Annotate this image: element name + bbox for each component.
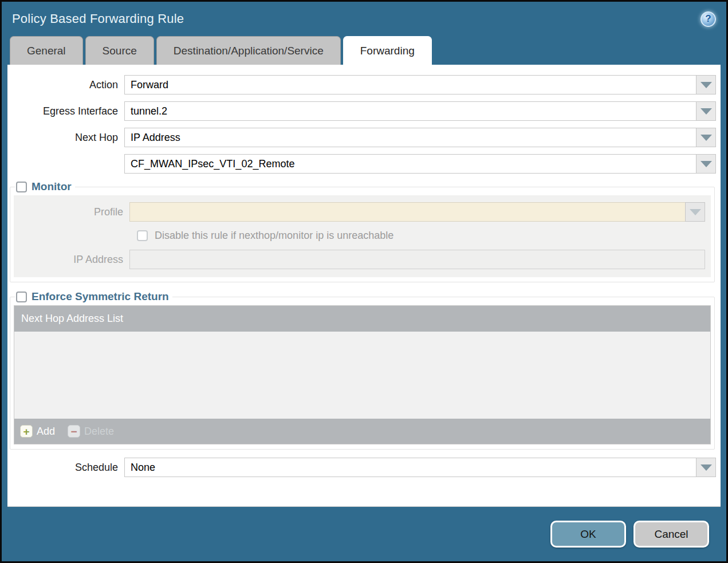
- tab-source[interactable]: Source: [85, 36, 154, 65]
- action-select[interactable]: Forward: [124, 75, 716, 95]
- chevron-down-icon: [701, 108, 712, 115]
- disable-rule-row: Disable this rule if nexthop/monitor ip …: [137, 230, 705, 242]
- chevron-down-icon: [701, 82, 712, 88]
- delete-button-label: Delete: [84, 426, 114, 438]
- enforce-symmetric-return-title: Enforce Symmetric Return: [32, 290, 169, 303]
- action-label: Action: [9, 79, 124, 91]
- disable-rule-checkbox: [137, 230, 148, 241]
- egress-interface-select[interactable]: tunnel.2: [124, 101, 716, 121]
- disable-rule-label: Disable this rule if nexthop/monitor ip …: [155, 230, 393, 242]
- add-button[interactable]: + Add: [20, 425, 55, 438]
- action-dropdown-button[interactable]: [696, 75, 716, 95]
- next-hop-select[interactable]: IP Address: [124, 128, 716, 147]
- schedule-value[interactable]: None: [124, 458, 696, 477]
- profile-value: [129, 202, 685, 222]
- tab-general[interactable]: General: [10, 36, 83, 65]
- monitor-ip-address-input-wrap: [129, 250, 705, 269]
- dialog-footer: OK Cancel: [2, 507, 726, 561]
- pbf-rule-dialog: Policy Based Forwarding Rule ? General S…: [0, 0, 728, 563]
- action-row: Action Forward: [9, 75, 716, 95]
- delete-button[interactable]: − Delete: [68, 425, 114, 438]
- monitor-ip-address-label: IP Address: [14, 254, 129, 266]
- chevron-down-icon: [701, 135, 712, 141]
- titlebar: Policy Based Forwarding Rule ?: [2, 2, 726, 36]
- tab-forwarding[interactable]: Forwarding: [343, 36, 432, 65]
- monitor-ip-address-row: IP Address: [14, 250, 705, 269]
- forwarding-tab-panel: Action Forward Egress Interface tunnel.2…: [7, 65, 721, 507]
- next-hop-dropdown-button[interactable]: [696, 128, 716, 147]
- minus-icon: −: [68, 425, 80, 438]
- enforce-symmetric-return-legend: Enforce Symmetric Return: [15, 290, 172, 303]
- dialog-title: Policy Based Forwarding Rule: [12, 11, 701, 26]
- egress-interface-value[interactable]: tunnel.2: [124, 101, 696, 121]
- next-hop-address-list-body[interactable]: [14, 332, 710, 419]
- monitor-ip-address-input: [129, 250, 705, 269]
- schedule-select[interactable]: None: [124, 458, 716, 477]
- help-icon[interactable]: ?: [701, 11, 716, 27]
- next-hop-address-select[interactable]: CF_MWAN_IPsec_VTI_02_Remote: [124, 154, 716, 174]
- schedule-row: Schedule None: [9, 458, 716, 477]
- tab-destination-application-service[interactable]: Destination/Application/Service: [156, 36, 341, 65]
- monitor-legend: Monitor: [15, 180, 75, 193]
- next-hop-label: Next Hop: [9, 132, 124, 144]
- chevron-down-icon: [701, 161, 712, 167]
- profile-dropdown-button: [685, 202, 705, 222]
- schedule-label: Schedule: [9, 462, 124, 474]
- monitor-title: Monitor: [32, 180, 72, 193]
- enforce-symmetric-return-checkbox[interactable]: [16, 292, 27, 302]
- egress-interface-row: Egress Interface tunnel.2: [9, 101, 716, 121]
- monitor-group: Monitor Profile Disable this rule if nex…: [10, 180, 715, 282]
- chevron-down-icon: [690, 209, 701, 215]
- cancel-button[interactable]: Cancel: [633, 521, 709, 548]
- next-hop-address-list-table: Next Hop Address List + Add − Delete: [14, 305, 711, 444]
- ok-button[interactable]: OK: [550, 521, 626, 548]
- next-hop-row: Next Hop IP Address: [9, 128, 716, 147]
- monitor-checkbox[interactable]: [16, 182, 27, 192]
- profile-select-disabled: [129, 202, 705, 222]
- next-hop-address-dropdown-button[interactable]: [696, 154, 716, 174]
- next-hop-address-value[interactable]: CF_MWAN_IPsec_VTI_02_Remote: [124, 154, 696, 174]
- next-hop-address-row: CF_MWAN_IPsec_VTI_02_Remote: [9, 154, 716, 174]
- egress-interface-label: Egress Interface: [9, 105, 124, 117]
- enforce-symmetric-return-group: Enforce Symmetric Return Next Hop Addres…: [10, 290, 715, 450]
- add-button-label: Add: [37, 426, 55, 438]
- tab-bar: General Source Destination/Application/S…: [2, 36, 726, 65]
- plus-icon: +: [20, 425, 33, 438]
- monitor-panel: Profile Disable this rule if nexthop/mon…: [14, 195, 711, 277]
- schedule-dropdown-button[interactable]: [696, 458, 716, 477]
- profile-label: Profile: [14, 206, 129, 218]
- chevron-down-icon: [701, 464, 712, 471]
- action-value[interactable]: Forward: [124, 75, 696, 95]
- egress-interface-dropdown-button[interactable]: [696, 101, 716, 121]
- profile-row: Profile: [14, 202, 705, 222]
- next-hop-address-list-header: Next Hop Address List: [14, 306, 710, 332]
- next-hop-value[interactable]: IP Address: [124, 128, 696, 147]
- next-hop-address-list-toolbar: + Add − Delete: [14, 419, 710, 444]
